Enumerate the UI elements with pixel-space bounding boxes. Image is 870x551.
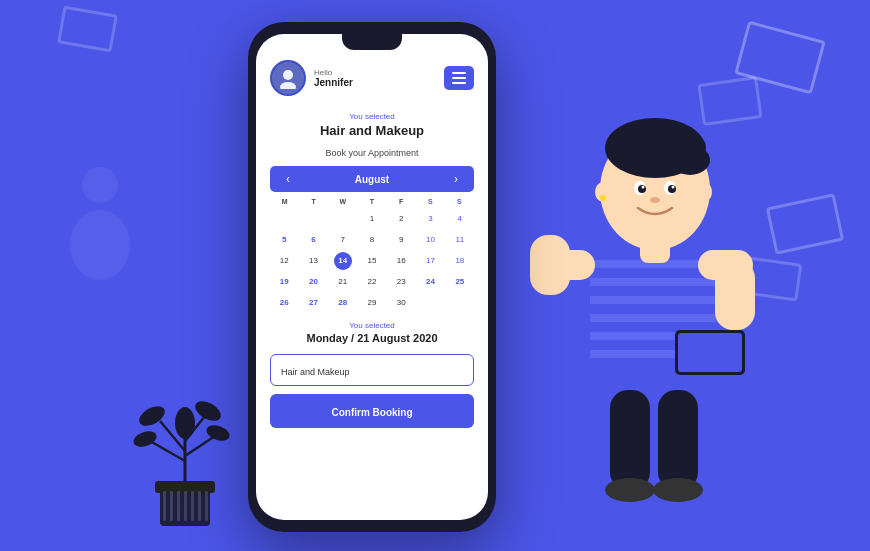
menu-line-1 [452,72,466,74]
svg-rect-47 [678,333,742,372]
svg-point-13 [175,407,195,439]
cal-day-20[interactable]: 20 [304,273,322,291]
cal-day-1[interactable]: 1 [363,210,381,228]
confirm-booking-button[interactable]: Confirm Booking [270,394,474,428]
next-month-button[interactable]: › [448,171,464,187]
cal-day-26[interactable]: 26 [275,294,293,312]
cal-day-5[interactable]: 5 [275,231,293,249]
service-input[interactable]: Hair and Makeup [270,354,474,386]
cal-day-17[interactable]: 17 [422,252,440,270]
menu-button[interactable] [444,66,474,90]
deco-person-silhouette [60,160,140,284]
svg-line-8 [185,436,215,456]
svg-rect-23 [590,278,720,286]
you-selected-top-label: You selected [270,112,474,121]
cal-day-8[interactable]: 8 [363,231,381,249]
svg-point-40 [702,184,712,200]
svg-point-11 [131,428,158,449]
cal-empty [275,210,293,228]
svg-point-53 [283,70,293,80]
header-text: Hello Jennifer [314,68,353,88]
plant-illustration [130,371,240,531]
svg-rect-49 [658,390,698,490]
svg-point-54 [280,82,296,89]
cal-day-2[interactable]: 2 [392,210,410,228]
phone-screen: Hello Jennifer You selected Hair and Mak… [256,34,488,520]
svg-rect-19 [198,491,201,521]
svg-rect-14 [163,491,166,521]
svg-point-41 [600,195,606,201]
selected-date: Monday / 21 August 2020 [270,332,474,344]
menu-line-3 [452,82,466,84]
screen-content: Hello Jennifer You selected Hair and Mak… [256,34,488,520]
cal-empty [304,210,322,228]
svg-rect-15 [170,491,173,521]
calendar-nav: ‹ August › [270,166,474,192]
header-left: Hello Jennifer [270,60,353,96]
service-input-value: Hair and Makeup [281,367,350,377]
prev-month-button[interactable]: ‹ [280,171,296,187]
svg-point-1 [70,210,130,280]
svg-point-38 [650,197,660,203]
svg-rect-48 [610,390,650,490]
cal-day-23[interactable]: 23 [392,273,410,291]
phone-outer: Hello Jennifer You selected Hair and Mak… [248,22,496,532]
user-name: Jennifer [314,77,353,88]
cal-day-12[interactable]: 12 [275,252,293,270]
service-name-top: Hair and Makeup [270,123,474,138]
svg-point-10 [192,397,224,425]
day-name-fri: F [387,196,416,207]
cal-empty [451,294,469,312]
cal-empty [334,210,352,228]
svg-point-0 [82,167,118,203]
deco-envelope-3 [57,6,118,53]
svg-point-36 [642,186,645,189]
avatar [270,60,306,96]
cal-day-24[interactable]: 24 [422,273,440,291]
cal-day-15[interactable]: 15 [363,252,381,270]
cal-day-9[interactable]: 9 [392,231,410,249]
calendar-grid: M T W T F S S 1 2 [270,196,474,313]
cal-empty [422,294,440,312]
svg-rect-18 [191,491,194,521]
cal-day-7[interactable]: 7 [334,231,352,249]
phone-notch [342,34,402,50]
cal-day-22[interactable]: 22 [363,273,381,291]
svg-point-37 [672,186,675,189]
day-name-thu: T [357,196,386,207]
screen-header: Hello Jennifer [256,52,488,104]
cal-day-11[interactable]: 11 [451,231,469,249]
you-selected-bottom-label: You selected [270,321,474,330]
cal-day-10[interactable]: 10 [422,231,440,249]
day-name-wed: W [328,196,357,207]
cal-day-25[interactable]: 25 [451,273,469,291]
you-selected-top: You selected Hair and Makeup [256,104,488,142]
svg-point-51 [653,478,703,502]
day-name-tue: T [299,196,328,207]
day-name-sun: S [445,196,474,207]
svg-rect-16 [177,491,180,521]
cal-day-18[interactable]: 18 [451,252,469,270]
svg-rect-17 [184,491,187,521]
calendar-day-names: M T W T F S S [270,196,474,207]
calendar-days: 1 2 3 4 5 6 7 8 9 10 11 12 13 [270,209,474,313]
book-appointment-label: Book your Appointment [270,148,474,158]
cal-day-13[interactable]: 13 [304,252,322,270]
cal-day-4[interactable]: 4 [451,210,469,228]
cal-day-3[interactable]: 3 [422,210,440,228]
svg-rect-45 [715,260,755,330]
svg-rect-24 [590,296,720,304]
confirm-booking-label: Confirm Booking [331,407,412,418]
cal-day-27[interactable]: 27 [304,294,322,312]
cal-day-30[interactable]: 30 [392,294,410,312]
menu-line-2 [452,77,466,79]
cal-day-14-today[interactable]: 14 [334,252,352,270]
cal-day-28[interactable]: 28 [334,294,352,312]
cal-day-6[interactable]: 6 [304,231,322,249]
svg-rect-43 [530,235,570,295]
day-name-mon: M [270,196,299,207]
cal-day-21[interactable]: 21 [334,273,352,291]
cal-day-16[interactable]: 16 [392,252,410,270]
cal-day-19[interactable]: 19 [275,273,293,291]
cal-day-29[interactable]: 29 [363,294,381,312]
